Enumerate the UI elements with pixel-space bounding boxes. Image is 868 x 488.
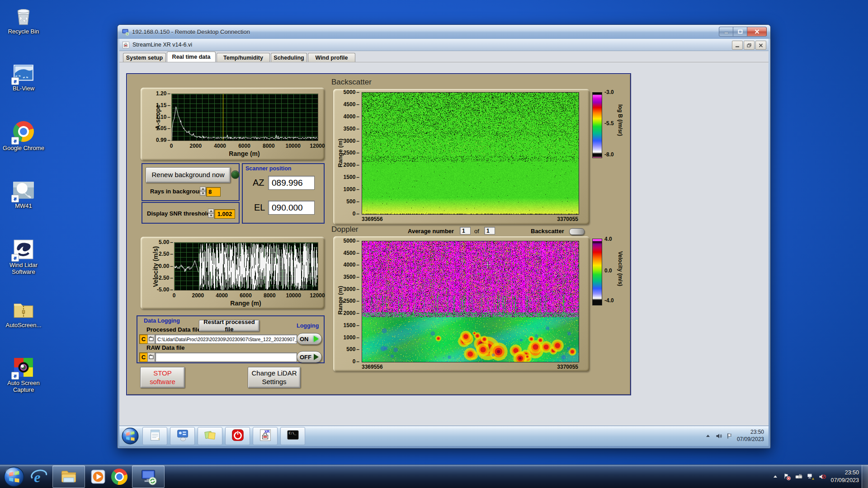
y-tick-label: 0 xyxy=(353,211,359,217)
backscatter-colorbar-tick-max: -3.0 xyxy=(604,89,614,95)
clock[interactable]: 23:50 07/09/2023 xyxy=(830,469,859,484)
remote-start-button[interactable] xyxy=(122,427,139,445)
el-value-field[interactable]: 090.000 xyxy=(268,201,315,215)
remote-clock[interactable]: 23:50 07/09/2023 xyxy=(737,429,764,443)
desktop-icon-auto-screen-capture[interactable]: Auto Screen Capture xyxy=(3,356,44,394)
chrome-taskbar-button[interactable] xyxy=(111,468,127,486)
media-player-taskbar-button[interactable] xyxy=(90,468,107,486)
desktop-icon-mw41[interactable]: MW41 xyxy=(3,179,44,210)
average-total-field[interactable]: 1 xyxy=(484,227,495,235)
y-tick-label: 3000 xyxy=(344,138,359,144)
notepad-button[interactable] xyxy=(142,427,167,445)
volume-muted-icon[interactable] xyxy=(819,473,826,480)
change-button-line2: Settings xyxy=(262,378,286,386)
az-value-field[interactable]: 089.996 xyxy=(268,176,315,190)
action-center-flag-icon[interactable] xyxy=(783,473,791,480)
system-tray: 23:50 07/09/2023 xyxy=(772,465,859,488)
backscatter-toggle-switch[interactable] xyxy=(569,228,585,235)
change-lidar-settings-button[interactable]: Change LiDAR Settings xyxy=(248,367,301,388)
tab-wind-profile[interactable]: Wind profile xyxy=(308,53,355,62)
of-label: of xyxy=(474,228,479,235)
sticky-notes-button[interactable] xyxy=(198,427,222,445)
inner-restore-button[interactable] xyxy=(744,41,755,50)
stop-software-button[interactable]: STOP software xyxy=(140,367,185,388)
x-tick-label: 6000 xyxy=(240,292,252,299)
snr-stepper[interactable] xyxy=(208,209,214,218)
y-tick-label: 1500 xyxy=(344,322,359,328)
velocity-x-axis-label: Range (m) xyxy=(174,300,317,307)
y-tick-label: 3500 xyxy=(344,126,359,132)
tab-system-setup[interactable]: System setup xyxy=(123,53,166,62)
velocity-plot-area xyxy=(174,242,318,291)
autoscreen-zip-icon xyxy=(12,298,35,321)
close-button[interactable] xyxy=(747,27,767,37)
desktop-icon-recycle-bin[interactable]: Recycle Bin xyxy=(3,5,44,35)
show-desktop-button[interactable] xyxy=(862,465,868,488)
average-number-field[interactable]: 1 xyxy=(460,227,471,235)
maximize-button[interactable] xyxy=(733,27,747,37)
rays-value-field[interactable]: 8 xyxy=(206,187,221,197)
desktop-icon-label: Auto Screen Capture xyxy=(3,380,44,394)
remote-tray-expand-icon[interactable] xyxy=(704,432,712,440)
y-tick-label: 500 xyxy=(346,346,359,352)
internet-explorer-taskbar-button[interactable]: e xyxy=(31,468,48,486)
restart-processed-file-button[interactable]: Restart processed file xyxy=(199,320,259,332)
network-status-icon[interactable] xyxy=(807,473,814,480)
chrome-icon xyxy=(111,469,127,485)
el-label: EL xyxy=(254,202,265,213)
svg-text:C:\_: C:\_ xyxy=(288,431,297,435)
tab-temp-humidity[interactable]: Temp/humidity xyxy=(217,53,270,62)
y-tick-label: 1.05 xyxy=(156,125,170,131)
windows-explorer-taskbar-button[interactable] xyxy=(52,465,85,488)
x-tick-label: 2000 xyxy=(189,143,202,149)
inner-minimize-button[interactable] xyxy=(732,41,743,50)
x-tick-label: 10000 xyxy=(285,143,300,149)
remote-clock-time: 23:50 xyxy=(737,429,764,436)
renew-background-button[interactable]: Renew background now xyxy=(146,167,231,183)
start-button[interactable] xyxy=(4,466,24,487)
clock-date: 07/09/2023 xyxy=(830,477,859,484)
power-button[interactable] xyxy=(225,427,250,445)
streamline-titlebar[interactable]: StreamLine XR v14-6.vi xyxy=(119,39,769,51)
remote-desktop-taskbar-button[interactable] xyxy=(132,465,165,488)
raw-logging-toggle[interactable]: OFF xyxy=(297,351,322,363)
tray-expand-icon[interactable] xyxy=(772,473,779,480)
rays-in-background-label: Rays in background xyxy=(150,188,206,195)
rdp-titlebar[interactable]: 192.168.0.150 - Remote Desktop Connectio… xyxy=(118,25,770,39)
labview-xr-button[interactable]: XR xyxy=(253,427,278,445)
desktop-icon-label: MW41 xyxy=(3,203,44,210)
doppler-y-ticks: 5000450040003500300025002000150010005000 xyxy=(339,238,359,365)
power-battery-icon[interactable] xyxy=(795,473,802,480)
sticky-notes-icon xyxy=(203,428,217,444)
inner-close-button[interactable] xyxy=(755,41,766,50)
raw-drive-selector[interactable]: C xyxy=(139,352,148,362)
command-prompt-button[interactable]: C:\_ xyxy=(280,427,305,445)
google-chrome-icon xyxy=(12,121,35,144)
desktop-icon-google-chrome[interactable]: Google Chrome xyxy=(3,120,44,152)
remote-volume-icon[interactable] xyxy=(715,432,722,440)
tab-real-time-data[interactable]: Real time data xyxy=(167,52,216,62)
tab-scheduling[interactable]: Scheduling xyxy=(271,53,307,62)
velocity-graph: Velocity (m/s) 5.002.500.00-2.50-5.00 02… xyxy=(141,237,325,309)
raw-folder-browse-icon[interactable] xyxy=(147,352,155,362)
display-settings-button[interactable] xyxy=(170,427,195,445)
processed-drive-selector[interactable]: C xyxy=(139,334,148,344)
y-tick-label: 2000 xyxy=(344,162,359,168)
minimize-button[interactable] xyxy=(719,27,733,37)
desktop-icon-bl-view[interactable]: BL-View xyxy=(3,61,44,92)
remote-action-center-flag-icon[interactable] xyxy=(726,432,733,440)
labview-vi-icon xyxy=(122,41,130,49)
scanner-position-box: Scanner position AZ 089.996 EL 090.000 xyxy=(242,163,325,224)
backscatter-y-ticks: 5000450040003500300025002000150010005000 xyxy=(339,89,359,217)
az-label: AZ xyxy=(253,178,264,188)
processed-folder-browse-icon[interactable] xyxy=(147,334,155,344)
vi-front-panel: A-scope 1.201.151.101.050.99 02000400060… xyxy=(119,62,769,427)
snr-value-field[interactable]: 1.002 xyxy=(214,209,235,219)
processed-logging-toggle[interactable]: ON xyxy=(297,333,322,345)
rays-stepper[interactable] xyxy=(200,187,206,196)
desktop-icon-wind-lidar[interactable]: Wind Lidar Software xyxy=(3,238,44,276)
desktop-icon-autoscreen-zip[interactable]: AutoScreen... xyxy=(3,298,44,329)
doppler-colorbar-label: Velocity (m/s) xyxy=(617,251,623,292)
processed-path-field[interactable]: C:\Lidar\Data\Proc\2023\202309\20230907\… xyxy=(155,334,297,344)
raw-path-field[interactable] xyxy=(155,352,297,362)
